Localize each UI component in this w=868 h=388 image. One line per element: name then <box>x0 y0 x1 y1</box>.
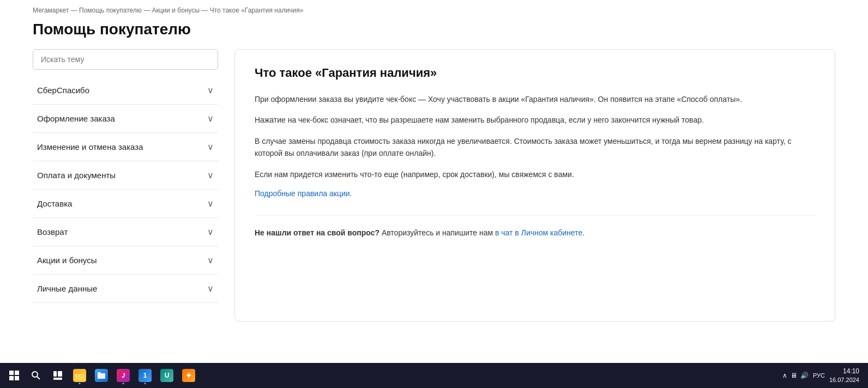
sidebar-item-personal[interactable]: Личные данные ∨ <box>33 275 218 303</box>
chevron-down-icon: ∨ <box>207 113 214 124</box>
promo-link-section: Подробные правила акции. <box>255 189 815 198</box>
sidebar-item-order-form[interactable]: Оформление заказа ∨ <box>33 105 218 133</box>
promo-rules-link[interactable]: Подробные правила акции. <box>255 189 352 198</box>
chevron-down-icon: ∨ <box>207 198 214 209</box>
content-title: Что такое «Гарантия наличия» <box>255 66 815 80</box>
chevron-down-icon: ∨ <box>207 170 214 180</box>
chevron-down-icon: ∨ <box>207 142 214 152</box>
chevron-down-icon: ∨ <box>207 227 214 237</box>
chevron-down-icon: ∨ <box>207 255 214 265</box>
chevron-down-icon: ∨ <box>207 283 214 294</box>
sidebar-item-promos[interactable]: Акции и бонусы ∨ <box>33 246 218 275</box>
footer-note: Не нашли ответ на свой вопрос? Авторизуй… <box>255 215 815 239</box>
breadcrumb: Мегамаркет — Помощь покупателю — Акции и… <box>0 0 868 21</box>
chat-link[interactable]: в чат в Личном кабинете <box>495 228 582 237</box>
search-input[interactable] <box>33 49 218 70</box>
sidebar-item-payment[interactable]: Оплата и документы ∨ <box>33 161 218 190</box>
sidebar-item-return[interactable]: Возврат ∨ <box>33 218 218 246</box>
content-paragraph-1: При оформлении заказа вы увидите чек-бок… <box>255 93 815 105</box>
sidebar: СберСпасибо ∨ Оформление заказа ∨ Измене… <box>33 49 218 322</box>
content-area: Что такое «Гарантия наличия» При оформле… <box>234 49 835 322</box>
content-paragraph-2: Нажатие на чек-бокс означает, что вы раз… <box>255 114 815 126</box>
sidebar-item-sberspasibo[interactable]: СберСпасибо ∨ <box>33 76 218 105</box>
sidebar-item-order-change[interactable]: Изменение и отмена заказа ∨ <box>33 133 218 161</box>
sidebar-item-delivery[interactable]: Доставка ∨ <box>33 190 218 218</box>
content-paragraph-4: Если нам придется изменить что-то еще (н… <box>255 168 815 180</box>
page-title: Помощь покупателю <box>0 21 868 49</box>
main-layout: СберСпасибо ∨ Оформление заказа ∨ Измене… <box>0 49 868 322</box>
chevron-down-icon: ∨ <box>207 85 214 95</box>
content-paragraph-3: В случае замены продавца стоимость заказ… <box>255 135 815 160</box>
